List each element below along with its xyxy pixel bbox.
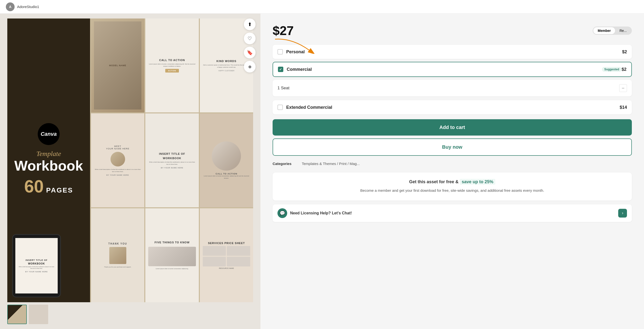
categories-value: Templates & Themes / Print / Mag... — [302, 162, 360, 166]
thumbnail-2[interactable] — [29, 305, 48, 324]
promo-title-prefix: Get this asset for free & — [409, 179, 460, 184]
user-name: AdoreStudio1 — [17, 4, 39, 9]
kind-words-title: KIND WORDS — [216, 60, 236, 62]
pages-label: PAGES — [46, 186, 73, 194]
categories-row: Categories Templates & Themes / Print / … — [272, 162, 632, 166]
add-to-cart-button[interactable]: Add to cart — [272, 119, 632, 136]
topbar: A AdoreStudio1 — [0, 0, 644, 14]
suggested-badge: Suggested — [602, 67, 622, 72]
membership-promo: Get this asset for free & save up to 25%… — [272, 172, 632, 200]
buy-now-button[interactable]: Buy now — [272, 138, 632, 156]
member-tab[interactable]: Member — [594, 27, 615, 34]
seat-row: 1 Seat − — [272, 80, 632, 96]
right-panel: $27 Member Re... Personal $ — [260, 14, 644, 329]
thumbnail-1[interactable] — [7, 305, 27, 324]
bookmark-button[interactable]: 🔖 — [244, 47, 256, 58]
card-photo-row1-col2: MODEL NAME — [91, 18, 144, 112]
tablet-name: BY YOUR NAME HERE — [25, 271, 48, 272]
meet-body: Write a brief description of what this w… — [94, 168, 142, 173]
extended-commercial-row[interactable]: Extended Commercial $14 — [272, 100, 632, 114]
favorite-button[interactable]: ♡ — [244, 32, 256, 44]
price-row: $27 Member Re... — [272, 23, 632, 38]
tablet-insert-title: INSERT TITLE OF — [26, 259, 48, 261]
price-tag: $27 — [272, 23, 294, 38]
extended-commercial-label: Extended Commercial — [286, 105, 620, 110]
promo-description: Become a member and get your first downl… — [280, 187, 624, 194]
avatar: A — [6, 2, 14, 11]
tablet-workbook-title: WORKBOOK — [28, 262, 45, 265]
promo-title-highlight: save up to 25% — [460, 179, 495, 185]
chat-icon: 💬 — [278, 208, 287, 218]
workbook-title: Workbook — [14, 159, 83, 173]
card-cta2: CALL TO ACTION Lorem ipsum dolor sit ame… — [200, 114, 253, 207]
categories-label: Categories — [272, 162, 297, 166]
kind-words-body: Add a customer quote or testimonial here… — [203, 64, 250, 68]
tablet-desc: Write a brief description of what this w… — [18, 266, 56, 270]
card-services: SERVICES PRICE SHEET RESOURCE NAME — [200, 208, 253, 302]
insert-title-label: INSERT TITLE OF — [159, 152, 185, 155]
chat-row[interactable]: 💬 Need Licensing Help? Let's Chat! › — [272, 204, 632, 222]
card-five-things: FIVE THINGS TO KNOW Lorem ipsum dolor si… — [145, 208, 198, 302]
insert-body: Write a brief description of what this w… — [148, 161, 196, 166]
thank-you-body: Thank you for your purchase and support. — [104, 266, 131, 268]
license-row-personal[interactable]: Personal $2 — [272, 45, 632, 59]
tablet-mockup: INSERT TITLE OF WORKBOOK Write a brief d… — [12, 234, 61, 297]
cta-body: Lorem ipsum dolor sit amet, consectetur … — [148, 63, 196, 68]
personal-checkbox[interactable] — [278, 49, 283, 54]
chat-text: Need Licensing Help? Let's Chat! — [290, 211, 352, 215]
extended-commercial-price: $14 — [620, 105, 627, 110]
main-image: Canva Template Workbook 60 PAGES INSERT … — [7, 18, 253, 302]
thank-you-title: THANK YOU — [108, 242, 127, 245]
left-panel-card: Canva Template Workbook 60 PAGES INSERT … — [7, 18, 90, 302]
canva-logo: Canva — [38, 123, 60, 145]
promo-title: Get this asset for free & save up to 25% — [280, 179, 624, 184]
services-title: SERVICES PRICE SHEET — [208, 242, 245, 244]
card-meet-name: MEETYOUR NAME HERE Write a brief descrip… — [91, 114, 144, 207]
extended-checkbox[interactable] — [278, 105, 283, 110]
template-label: Template — [36, 150, 61, 158]
commercial-checkbox[interactable] — [278, 67, 283, 72]
license-row-commercial[interactable]: Commercial Suggested $2 — [272, 62, 632, 77]
pages-number: 60 — [24, 178, 44, 195]
card-thank-you: THANK YOU Thank you for your purchase an… — [91, 208, 144, 302]
seat-label: 1 Seat — [278, 86, 619, 90]
five-things-body: Lorem ipsum dolor sit amet consectetur a… — [156, 268, 188, 270]
tablet-inner: INSERT TITLE OF WORKBOOK Write a brief d… — [15, 238, 58, 294]
chat-arrow: › — [618, 209, 627, 218]
member-tabs: Member Re... — [593, 26, 632, 35]
zoom-button[interactable]: ⊕ — [244, 61, 256, 72]
card-insert-title: INSERT TITLE OF WORKBOOK Write a brief d… — [145, 114, 198, 207]
main-content: Canva Template Workbook 60 PAGES INSERT … — [0, 14, 644, 329]
chat-left: 💬 Need Licensing Help? Let's Chat! — [278, 208, 352, 218]
personal-label: Personal — [286, 50, 622, 54]
cta-title: CALL TO ACTION — [159, 59, 185, 62]
five-things-title: FIVE THINGS TO KNOW — [154, 241, 190, 244]
image-actions: ⬆ ♡ 🔖 ⊕ — [244, 18, 256, 72]
insert-title2-label: WORKBOOK — [163, 157, 181, 160]
preview-area: Canva Template Workbook 60 PAGES INSERT … — [0, 14, 260, 329]
canva-text: Canva — [41, 131, 57, 137]
commercial-price: $2 — [622, 67, 626, 72]
share-button[interactable]: ⬆ — [244, 18, 256, 30]
personal-price: $2 — [622, 50, 627, 54]
commercial-label: Commercial — [287, 67, 600, 72]
regular-tab[interactable]: Re... — [615, 27, 631, 34]
card-call-to-action: CALL TO ACTION Lorem ipsum dolor sit ame… — [145, 18, 198, 112]
seat-minus-button[interactable]: − — [619, 84, 627, 92]
action-btn: ACTION — [165, 69, 179, 72]
cta2-body: Lorem ipsum dolor sit amet consectetur a… — [203, 175, 250, 179]
